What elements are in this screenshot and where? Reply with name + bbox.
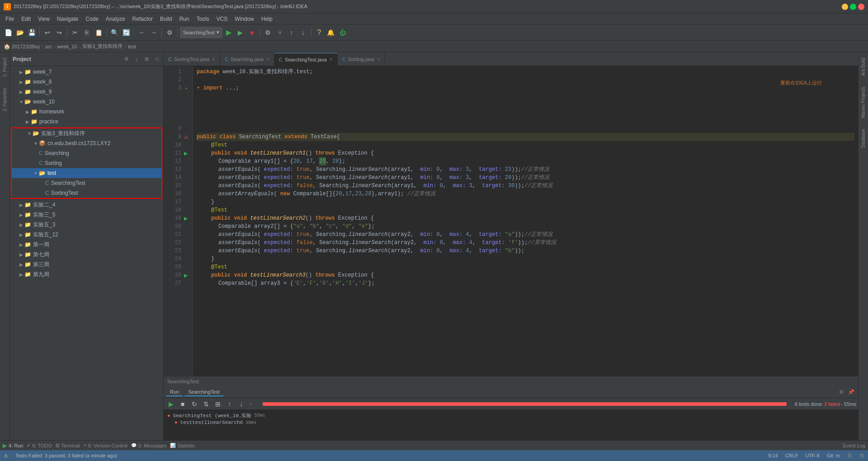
event-log-btn[interactable]: Event Log (843, 443, 865, 448)
database-tab[interactable]: Database (859, 123, 868, 154)
breadcrumb-week10[interactable]: week_10 (57, 44, 77, 49)
vcs-bottom-tab[interactable]: ⑂ 9: Version Control (84, 443, 127, 448)
stop-button[interactable]: ■ (247, 27, 258, 38)
new-button[interactable]: 📄 (3, 27, 14, 38)
menu-run[interactable]: Run (176, 15, 193, 23)
tree-item-week9b[interactable]: ▶ 📁 第九周 (10, 269, 163, 279)
expand-arrow-exp35[interactable]: ▶ (18, 212, 24, 217)
run-down-btn[interactable]: ↓ (236, 399, 247, 409)
expand-arrow-exp3[interactable]: ▼ (26, 131, 33, 136)
tab-sorting[interactable]: C Sorting.java ✕ (338, 53, 385, 66)
settings-button[interactable]: ⚙ (263, 27, 274, 38)
expand-arrow-week7b[interactable]: ▶ (18, 252, 24, 257)
terminal-bottom-tab[interactable]: ⊡ Terminal (56, 443, 80, 448)
open-button[interactable]: 📂 (14, 27, 25, 38)
run-button[interactable]: ▶ (223, 27, 234, 38)
tree-item-homework[interactable]: ▶ 📁 homework (10, 107, 163, 117)
pull-button[interactable]: ↓ (298, 27, 309, 38)
cut-button[interactable]: ✂ (70, 27, 80, 38)
copy-button[interactable]: ⎘ (81, 27, 92, 38)
menu-analyze[interactable]: Analyze (102, 15, 129, 23)
test-result-linear6[interactable]: ● testtestlinearSearch6 38ms (167, 419, 854, 426)
menu-navigate[interactable]: Navigate (53, 15, 82, 23)
tree-item-week10[interactable]: ▼ 📂 week_10 (10, 97, 163, 107)
expand-arrow-practice[interactable]: ▶ (24, 119, 31, 124)
redo-button[interactable]: ↪ (54, 27, 65, 38)
tree-item-week1[interactable]: ▶ 📁 第一周 (10, 240, 163, 249)
replace-button[interactable]: 🔄 (121, 27, 132, 38)
tree-item-sorting[interactable]: C Sorting (12, 158, 161, 168)
expand-arrow-week10[interactable]: ▼ (18, 99, 24, 104)
favorites-tab[interactable]: 2: Favorites (0, 82, 9, 117)
run-sort-btn[interactable]: ⇅ (201, 399, 212, 409)
run-panel-pin[interactable]: 📌 (847, 388, 855, 396)
expand-arrow-exp53[interactable]: ▶ (18, 222, 24, 227)
tab-close-searching[interactable]: ✕ (266, 57, 269, 62)
test-result-searching-test[interactable]: ● SearchingTest (week_10.实验 55ms (167, 412, 854, 419)
maven-projects-tab[interactable]: Maven Projects (859, 81, 868, 123)
build-button[interactable]: ⚙ (164, 27, 175, 38)
project-settings-btn[interactable]: ⚙ (123, 55, 131, 63)
expand-arrow-week9[interactable]: ▶ (18, 89, 24, 94)
find-button[interactable]: 🔍 (109, 27, 120, 38)
run-tab-name[interactable]: SearchingTest (184, 388, 223, 396)
gutter-run-icon-11[interactable]: ▶ (184, 151, 188, 156)
tree-item-practice[interactable]: ▶ 📁 practice (10, 117, 163, 127)
paste-button[interactable]: 📋 (93, 27, 104, 38)
expand-arrow-week1[interactable]: ▶ (18, 242, 24, 247)
tree-item-searching[interactable]: C Searching (12, 148, 161, 158)
power-button[interactable]: ⏻ (337, 27, 348, 38)
push-button[interactable]: ↑ (286, 27, 297, 38)
expand-arrow-test[interactable]: ▼ (33, 171, 39, 176)
expand-arrow-week7[interactable]: ▶ (18, 70, 24, 75)
breadcrumb-root[interactable]: 🏠 20172328lxy (4, 43, 40, 50)
tree-item-week8[interactable]: ▶ 📁 week_8 (10, 77, 163, 87)
menu-refactor[interactable]: Refactor (129, 15, 156, 23)
project-hide-btn[interactable]: ◁ (152, 55, 160, 63)
statistic-bottom-tab[interactable]: 📊 Statistic (170, 443, 195, 448)
forward-button[interactable]: → (148, 27, 159, 38)
menu-help[interactable]: Help (258, 15, 276, 23)
tree-item-exp24[interactable]: ▶ 📁 实验二_4 (10, 200, 163, 210)
breadcrumb-src[interactable]: src (45, 44, 52, 49)
run-rerun-btn[interactable]: ↻ (189, 399, 200, 409)
tree-item-week7b[interactable]: ▶ 📁 第七周 (10, 249, 163, 259)
expand-arrow-exp24[interactable]: ▶ (18, 202, 24, 207)
messages-bottom-tab[interactable]: 💬 0: Messages (131, 443, 166, 448)
run-stop-btn[interactable]: ■ (177, 399, 188, 409)
gutter-run-icon-1[interactable]: + (185, 85, 188, 91)
undo-button[interactable]: ↩ (42, 27, 53, 38)
breadcrumb-test[interactable]: test (128, 44, 136, 49)
todo-bottom-tab[interactable]: ✓ 6: TODO (27, 443, 52, 448)
menu-file[interactable]: File (2, 15, 18, 23)
vcs-button[interactable]: ⑂ (274, 27, 285, 38)
run-bottom-tab[interactable]: ▶ 4: Run (3, 442, 23, 449)
run-filter-btn[interactable]: ⊞ (212, 399, 223, 409)
tree-item-week7[interactable]: ▶ 📁 week_7 (10, 67, 163, 77)
tree-item-experiment3[interactable]: ▼ 📂 实验3_查找和排序 (12, 128, 161, 138)
project-tab[interactable]: 1: Project (0, 52, 9, 82)
run-config-dropdown[interactable]: SearchingTest ▾ (180, 27, 222, 38)
tree-item-sortingtest[interactable]: C SortingTest (12, 188, 161, 198)
tree-item-exp53[interactable]: ▶ 📁 实验五_3 (10, 220, 163, 230)
tab-close-sortingtest[interactable]: ✕ (212, 57, 215, 62)
tree-item-week9[interactable]: ▶ 📁 week_9 (10, 87, 163, 97)
breadcrumb-experiment[interactable]: 实验3_查找和排序 (82, 43, 123, 50)
debug-button[interactable]: ▶ (235, 27, 246, 38)
tree-item-package[interactable]: ▼ 📦 cn.edu.besti.cs1723.LXY2 (12, 138, 161, 148)
menu-view[interactable]: View (34, 15, 53, 23)
run-play-btn[interactable]: ▶ (165, 399, 176, 409)
tab-searching[interactable]: C Searching.java ✕ (220, 53, 274, 66)
code-area[interactable]: package week_10.实验3_查找和排序.test; + import… (193, 66, 858, 376)
tab-close-sorting[interactable]: ✕ (377, 57, 380, 62)
menu-build[interactable]: Build (156, 15, 176, 23)
expand-arrow-exp512[interactable]: ▶ (18, 232, 24, 237)
expand-arrow-week9b[interactable]: ▶ (18, 272, 24, 277)
tree-item-searchingtest[interactable]: C SearchingTest (12, 178, 161, 188)
status-encoding[interactable]: UTF-8 (805, 453, 819, 458)
save-button[interactable]: 💾 (26, 27, 37, 38)
menu-tools[interactable]: Tools (193, 15, 213, 23)
menu-window[interactable]: Window (231, 15, 258, 23)
ant-build-tab[interactable]: Ant Build (859, 52, 868, 81)
tree-item-week3[interactable]: ▶ 📁 第三周 (10, 259, 163, 269)
